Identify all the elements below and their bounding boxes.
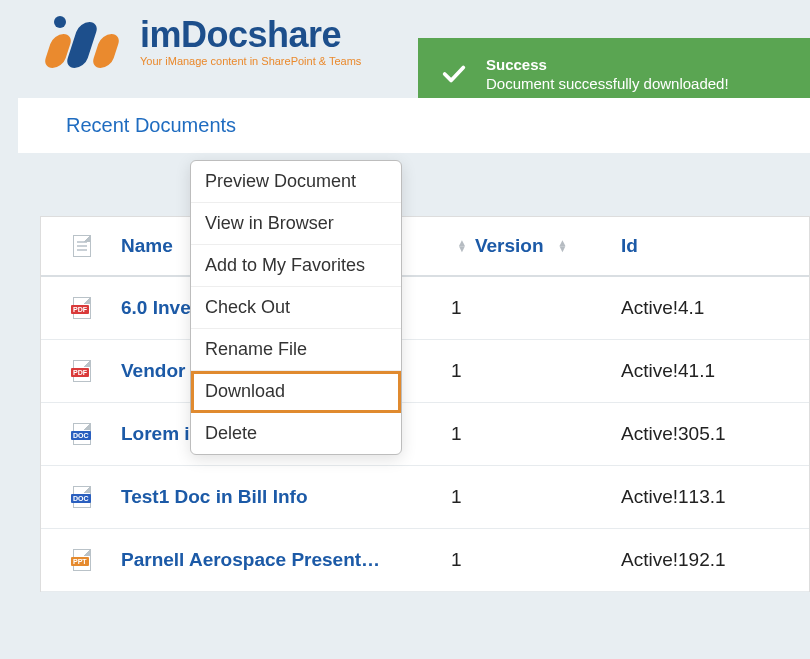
menu-item-download[interactable]: Download — [191, 371, 401, 413]
doc-file-icon: DOC — [73, 486, 91, 508]
menu-item-view-in-browser[interactable]: View in Browser — [191, 203, 401, 245]
ppt-file-icon: PPT — [73, 549, 91, 571]
table-row[interactable]: DOCLorem ip1Active!305.1 — [41, 403, 809, 466]
menu-item-preview-document[interactable]: Preview Document — [191, 161, 401, 203]
pdf-file-icon: PDF — [73, 297, 91, 319]
document-id: Active!192.1 — [621, 549, 809, 571]
document-version: 1 — [451, 423, 621, 445]
document-id: Active!305.1 — [621, 423, 809, 445]
document-id: Active!41.1 — [621, 360, 809, 382]
table-header: Name ▲▼ Version ▲▼ Id — [41, 217, 809, 277]
brand-logo: imDocshare Your iManage content in Share… — [48, 14, 361, 70]
toast-message: Document successfully downloaded! — [486, 75, 729, 92]
column-id-label: Id — [621, 235, 638, 256]
submenu-pointer-icon — [391, 296, 402, 319]
doc-file-icon: DOC — [73, 423, 91, 445]
table-row[interactable]: PPTParnell Aerospace Present…1Active!192… — [41, 529, 809, 592]
column-header-version[interactable]: ▲▼ Version ▲▼ — [451, 235, 621, 257]
document-name-link[interactable]: Test1 Doc in Bill Info — [121, 486, 451, 508]
column-version-label: Version — [475, 235, 544, 257]
sort-icon: ▲▼ — [558, 240, 568, 252]
toast-title: Success — [486, 56, 729, 73]
document-name-link[interactable]: Parnell Aerospace Present… — [121, 549, 451, 571]
table-row[interactable]: PDF6.0 Inve1Active!4.1 — [41, 277, 809, 340]
context-menu: Preview DocumentView in BrowserAdd to My… — [190, 160, 402, 455]
pdf-file-icon: PDF — [73, 360, 91, 382]
menu-item-delete[interactable]: Delete — [191, 413, 401, 454]
document-version: 1 — [451, 549, 621, 571]
table-row[interactable]: DOCTest1 Doc in Bill Info1Active!113.1 — [41, 466, 809, 529]
brand-word: imDocshare — [140, 17, 361, 53]
document-version: 1 — [451, 486, 621, 508]
file-icon — [73, 235, 91, 257]
brand-tagline: Your iManage content in SharePoint & Tea… — [140, 55, 361, 67]
sort-icon: ▲▼ — [457, 240, 467, 252]
document-id: Active!4.1 — [621, 297, 809, 319]
column-name-label: Name — [121, 235, 173, 257]
menu-item-check-out[interactable]: Check Out — [191, 287, 401, 329]
menu-item-rename-file[interactable]: Rename File — [191, 329, 401, 371]
check-icon — [440, 60, 468, 88]
menu-item-add-to-my-favorites[interactable]: Add to My Favorites — [191, 245, 401, 287]
column-header-id[interactable]: Id — [621, 235, 809, 257]
document-id: Active!113.1 — [621, 486, 809, 508]
documents-table: Name ▲▼ Version ▲▼ Id PDF6.0 Inve1Active… — [40, 216, 810, 592]
brand-mark — [48, 14, 130, 70]
panel-title: Recent Documents — [18, 98, 810, 153]
document-version: 1 — [451, 360, 621, 382]
table-row[interactable]: PDFVendor1Active!41.1 — [41, 340, 809, 403]
document-version: 1 — [451, 297, 621, 319]
